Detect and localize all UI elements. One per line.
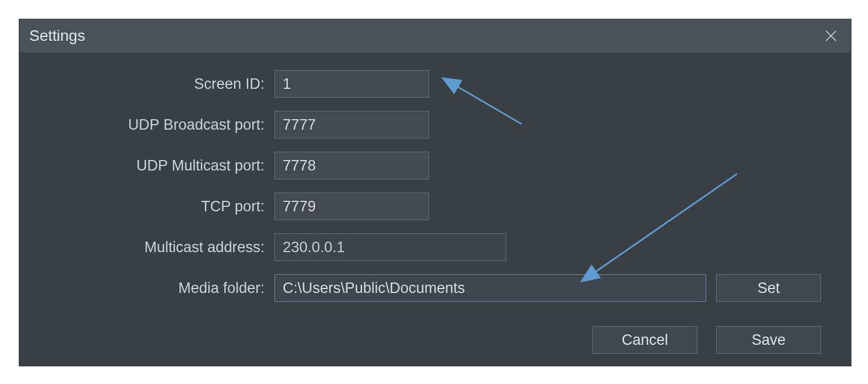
dialog-footer: Cancel Save: [592, 326, 821, 354]
label-tcp-port: TCP port:: [19, 198, 274, 215]
row-media-folder: Media folder: Set: [19, 273, 851, 303]
row-udp-multicast-port: UDP Multicast port:: [19, 151, 851, 180]
titlebar: Settings: [19, 19, 851, 52]
row-multicast-address: Multicast address:: [19, 232, 851, 262]
input-screen-id[interactable]: [274, 70, 429, 98]
label-media-folder: Media folder:: [19, 280, 274, 297]
settings-dialog: Settings Screen ID: UDP Broadcast port: …: [19, 19, 851, 366]
save-button[interactable]: Save: [716, 326, 821, 354]
label-udp-multicast-port: UDP Multicast port:: [19, 157, 274, 174]
close-icon: [824, 29, 838, 42]
input-multicast-address[interactable]: [274, 233, 506, 261]
dialog-title: Settings: [29, 27, 85, 45]
set-button[interactable]: Set: [716, 274, 821, 302]
row-screen-id: Screen ID:: [19, 69, 851, 99]
input-udp-multicast-port[interactable]: [274, 152, 429, 179]
input-tcp-port[interactable]: [274, 193, 429, 220]
input-media-folder[interactable]: [274, 274, 706, 302]
input-udp-broadcast-port[interactable]: [274, 111, 429, 138]
dialog-body: Screen ID: UDP Broadcast port: UDP Multi…: [19, 52, 851, 303]
row-udp-broadcast-port: UDP Broadcast port:: [19, 110, 851, 140]
label-multicast-address: Multicast address:: [19, 239, 274, 256]
cancel-button[interactable]: Cancel: [592, 326, 697, 354]
row-tcp-port: TCP port:: [19, 191, 851, 221]
label-screen-id: Screen ID:: [19, 76, 274, 93]
label-udp-broadcast-port: UDP Broadcast port:: [19, 116, 274, 134]
close-button[interactable]: [814, 19, 848, 52]
